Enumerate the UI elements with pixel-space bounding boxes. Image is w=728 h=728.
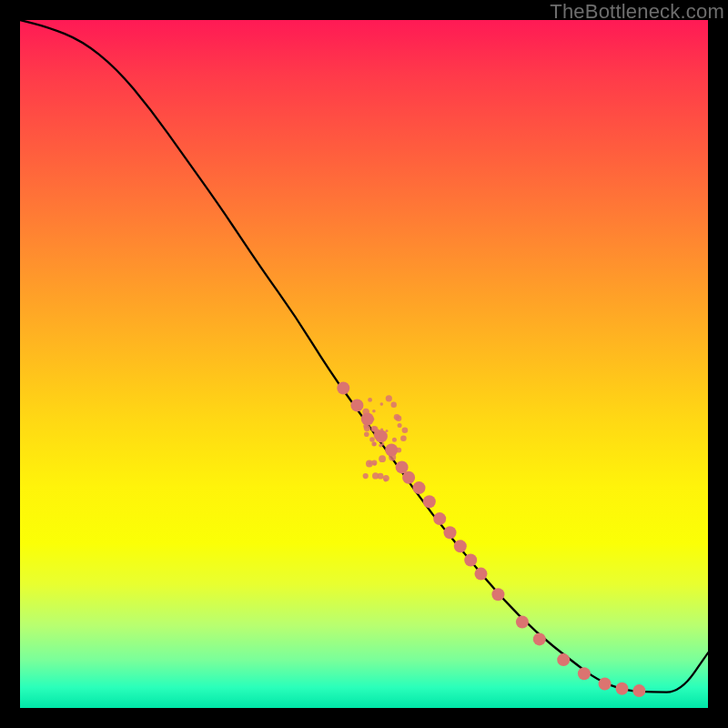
data-point	[491, 588, 504, 601]
noise-dot	[372, 472, 379, 479]
data-point	[444, 526, 457, 539]
noise-dot	[368, 398, 372, 402]
noise-dot	[392, 438, 397, 442]
data-point	[475, 568, 488, 581]
noise-dot	[363, 473, 369, 479]
noise-dot	[386, 430, 389, 432]
noise-dot	[363, 424, 368, 429]
noise-dot	[389, 454, 396, 461]
noise-dot	[374, 432, 380, 439]
data-point	[616, 682, 629, 695]
noise-dot	[400, 435, 407, 441]
noise-dot	[373, 462, 377, 466]
noise-dot	[362, 409, 369, 416]
data-point	[464, 554, 477, 567]
noise-dot	[379, 455, 386, 462]
data-point	[578, 667, 591, 680]
data-point	[599, 678, 612, 691]
noise-dot	[396, 416, 402, 422]
noise-dot	[383, 475, 389, 481]
data-point	[423, 495, 436, 508]
noise-dot	[402, 427, 409, 433]
plot-area	[20, 20, 708, 708]
noise-dot	[366, 460, 373, 468]
chart-frame: TheBottleneck.com	[0, 0, 728, 728]
noise-dot	[381, 442, 384, 445]
noise-dot	[380, 428, 383, 430]
data-point	[413, 481, 426, 494]
noise-dot	[372, 410, 376, 413]
noise-dot	[398, 423, 402, 428]
noise-dot	[364, 431, 369, 437]
noise-dot	[386, 395, 392, 401]
noise-dot	[371, 441, 376, 446]
noise-dot	[371, 418, 375, 421]
data-point	[402, 471, 415, 484]
noise-dot	[369, 437, 375, 442]
noise-dot	[380, 402, 384, 406]
curve-path	[20, 20, 708, 693]
data-point	[557, 653, 570, 666]
data-point	[516, 616, 529, 629]
data-point	[632, 684, 645, 697]
chart-svg	[20, 20, 708, 708]
data-point	[454, 540, 467, 552]
data-point	[337, 382, 349, 395]
noise-dot	[391, 402, 397, 408]
data-point	[433, 512, 446, 525]
watermark-text: TheBottleneck.com	[550, 0, 724, 24]
data-point	[533, 632, 546, 645]
noise-dot	[396, 448, 401, 453]
data-point	[350, 399, 363, 411]
